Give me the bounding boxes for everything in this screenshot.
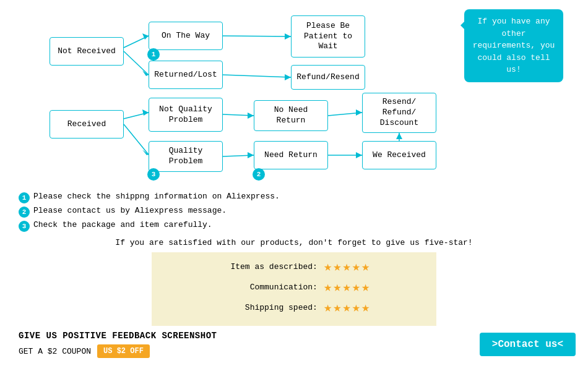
svg-marker-5 xyxy=(285,33,291,40)
svg-line-0 xyxy=(124,36,149,48)
box-we-received: We Received xyxy=(362,141,436,169)
speech-bubble: If you have any other requirements, you … xyxy=(464,9,563,82)
svg-marker-13 xyxy=(248,113,254,119)
svg-marker-3 xyxy=(142,70,149,76)
note-badge-3: 3 xyxy=(19,221,30,232)
feedback-label: GIVE US POSITIVE FEEDBACK SCREENSHOT xyxy=(19,331,217,341)
badge-1: 1 xyxy=(147,48,160,61)
rating-row-1: Item as described: ★ ★ ★ ★ ★ xyxy=(164,258,424,275)
note-line-1: 1 Please check the shippng information o… xyxy=(19,192,576,203)
stars-1: ★ ★ ★ ★ ★ xyxy=(324,258,370,275)
rating-label-2: Communication: xyxy=(218,283,318,292)
page: Not Received On The Way Returned/Lost Pl… xyxy=(0,0,588,371)
note-badge-1: 1 xyxy=(19,192,30,203)
svg-marker-11 xyxy=(142,150,149,155)
satisfaction-intro: If you are satisfied with our products, … xyxy=(12,238,576,247)
note-badge-2: 2 xyxy=(19,207,30,218)
notes-section: 1 Please check the shippng information o… xyxy=(12,192,576,232)
note-line-3: 3 Check the package and item carefully. xyxy=(19,220,576,232)
svg-marker-9 xyxy=(142,109,149,116)
svg-marker-19 xyxy=(356,152,362,158)
svg-marker-17 xyxy=(356,109,362,116)
box-received: Received xyxy=(50,110,124,139)
bottom-section: GIVE US POSITIVE FEEDBACK SCREENSHOT GET… xyxy=(12,331,576,358)
coupon-row: GET A $2 COUPON US $2 OFF xyxy=(19,344,217,358)
contact-button[interactable]: >Contact us< xyxy=(480,333,576,356)
flowchart-area: Not Received On The Way Returned/Lost Pl… xyxy=(12,6,576,189)
coupon-label: GET A $2 COUPON xyxy=(19,347,91,356)
svg-line-2 xyxy=(124,51,149,75)
badge-2: 2 xyxy=(253,168,265,181)
rating-row-2: Communication: ★ ★ ★ ★ ★ xyxy=(164,279,424,296)
box-refund-resend: Refund/Resend xyxy=(291,65,365,90)
svg-line-4 xyxy=(223,36,291,36)
box-on-the-way: On The Way xyxy=(149,22,223,50)
box-no-need-return: No Need Return xyxy=(254,100,328,131)
bottom-left: GIVE US POSITIVE FEEDBACK SCREENSHOT GET… xyxy=(19,331,217,358)
svg-line-10 xyxy=(124,124,149,155)
box-resend-refund-discount: Resend/ Refund/ Discount xyxy=(362,93,436,133)
box-not-quality-problem: Not Quality Problem xyxy=(149,98,223,132)
box-returned-lost: Returned/Lost xyxy=(149,61,223,89)
satisfaction-section: If you are satisfied with our products, … xyxy=(12,238,576,326)
stars-2: ★ ★ ★ ★ ★ xyxy=(324,279,370,296)
box-quality-problem: Quality Problem xyxy=(149,141,223,172)
svg-line-14 xyxy=(223,155,254,156)
box-please-be-patient: Please Be Patient to Wait xyxy=(291,15,365,58)
stars-3: ★ ★ ★ ★ ★ xyxy=(324,299,370,316)
svg-marker-21 xyxy=(396,133,402,139)
rating-label-1: Item as described: xyxy=(218,262,318,271)
rating-label-3: Shipping speed: xyxy=(218,303,318,312)
svg-marker-7 xyxy=(285,74,291,80)
box-need-return: Need Return xyxy=(254,141,328,169)
svg-line-12 xyxy=(223,114,254,116)
svg-marker-1 xyxy=(142,33,149,40)
coupon-badge: US $2 OFF xyxy=(97,344,150,358)
svg-line-8 xyxy=(124,113,149,119)
svg-line-16 xyxy=(328,113,362,116)
badge-3: 3 xyxy=(147,168,160,181)
rating-row-3: Shipping speed: ★ ★ ★ ★ ★ xyxy=(164,299,424,316)
note-line-2: 2 Please contact us by Aliexpress messag… xyxy=(19,206,576,218)
svg-marker-15 xyxy=(248,152,254,158)
svg-line-6 xyxy=(223,75,291,77)
rating-area: Item as described: ★ ★ ★ ★ ★ Communicati… xyxy=(152,252,436,326)
box-not-received: Not Received xyxy=(50,37,124,66)
